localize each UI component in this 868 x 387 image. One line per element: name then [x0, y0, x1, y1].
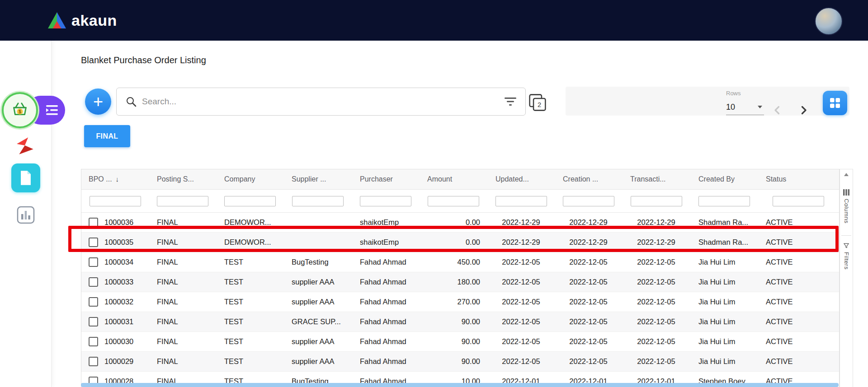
column-filter-input[interactable] — [90, 196, 141, 206]
sidebar-item-documents[interactable] — [0, 163, 51, 192]
column-header-label: Created By — [698, 175, 735, 183]
basket-button[interactable]: $ — [2, 92, 38, 128]
column-filter-input[interactable] — [698, 196, 750, 206]
table-row[interactable]: 1000032FINALTESTsupplier AAAFahad Ahmad2… — [81, 292, 839, 312]
table-row[interactable]: 1000029FINALTESTsupplier AAAFahad Ahmad9… — [81, 352, 839, 372]
table-row[interactable]: 1000036FINALDEMOWOR...shaikotEmp0.002022… — [81, 213, 839, 233]
cell-company: DEMOWOR... — [216, 233, 283, 252]
table-side-panel: Columns Filters — [840, 169, 853, 387]
row-checkbox[interactable] — [89, 238, 98, 247]
filter-cell — [690, 190, 758, 213]
column-header[interactable]: Supplier ... — [283, 169, 352, 190]
cell-status: ACTIVE — [758, 272, 839, 292]
table-row[interactable]: 1000030FINALTESTsupplier AAAFahad Ahmad9… — [81, 332, 839, 352]
sidebar: $ ⚙ — [0, 41, 52, 387]
sidebar-item-reports[interactable] — [0, 206, 51, 224]
cell-created_by: Jia Hui Lim — [690, 332, 758, 352]
cell-transaction: 2022-12-29 — [622, 213, 690, 233]
column-filter-input[interactable] — [773, 196, 824, 206]
cell-creation: 2022-12-05 — [555, 352, 622, 372]
prev-page-button[interactable] — [770, 103, 785, 117]
column-header-label: Status — [766, 175, 786, 183]
cell-updated: 2022-12-05 — [487, 352, 555, 372]
table-row[interactable]: 1000031FINALTESTGRACE SUP...Fahad Ahmad9… — [81, 312, 839, 332]
cell-purchaser: Fahad Ahmad — [352, 252, 419, 272]
cell-purchaser: shaikotEmp — [352, 213, 419, 233]
column-filter-input[interactable] — [157, 196, 208, 206]
table-row[interactable]: 1000035FINALDEMOWOR...shaikotEmp0.002022… — [81, 233, 839, 252]
row-checkbox[interactable] — [89, 297, 98, 307]
column-filter-input[interactable] — [495, 196, 547, 206]
cell-purchaser: Fahad Ahmad — [352, 272, 419, 292]
grid-view-button[interactable] — [823, 91, 847, 115]
cell-created_by: Jia Hui Lim — [690, 252, 758, 272]
row-checkbox[interactable] — [89, 357, 98, 366]
sidebar-item-red-module[interactable] — [0, 136, 51, 155]
top-navbar: akaun — [0, 0, 868, 41]
table-row[interactable]: 1000033FINALTESTsupplier AAAFahad Ahmad1… — [81, 272, 839, 292]
rows-per-page-select[interactable]: 10 — [726, 99, 764, 115]
next-page-button[interactable] — [796, 103, 811, 117]
bpo-table: BPO ...↓Posting S...CompanySupplier ...P… — [81, 169, 840, 387]
column-filter-input[interactable] — [428, 196, 479, 206]
grid-icon — [829, 97, 841, 109]
cell-creation: 2022-12-29 — [555, 233, 622, 252]
cell-amount: 450.00 — [419, 252, 487, 272]
cell-creation: 2022-12-05 — [555, 252, 622, 272]
user-avatar[interactable] — [815, 7, 843, 35]
filter-list-button[interactable] — [505, 97, 516, 106]
add-button[interactable]: + — [85, 89, 111, 115]
column-header[interactable]: BPO ...↓ — [81, 169, 149, 190]
filter-cell — [487, 190, 555, 213]
row-checkbox[interactable] — [89, 317, 98, 326]
column-header[interactable]: Creation ... — [555, 169, 622, 190]
table-row[interactable]: 1000034FINALTESTBugTestingFahad Ahmad450… — [81, 252, 839, 272]
column-filter-input[interactable] — [292, 196, 344, 206]
column-header[interactable]: Amount — [419, 169, 487, 190]
column-filter-input[interactable] — [224, 196, 276, 206]
column-header[interactable]: Company — [216, 169, 283, 190]
cell-company: DEMOWOR... — [216, 213, 283, 233]
cell-company: TEST — [216, 352, 283, 372]
scroll-up-arrow[interactable] — [844, 173, 849, 176]
horizontal-scrollbar[interactable] — [81, 383, 839, 387]
cell-supplier: GRACE SUP... — [283, 312, 352, 332]
bar-chart-icon — [17, 206, 35, 224]
row-checkbox[interactable] — [89, 257, 98, 267]
columns-tab[interactable]: Columns — [840, 189, 853, 224]
column-header[interactable]: Transacti... — [622, 169, 690, 190]
column-header[interactable]: Created By — [690, 169, 758, 190]
search-input[interactable] — [141, 96, 505, 107]
row-checkbox[interactable] — [89, 337, 98, 346]
row-checkbox[interactable] — [89, 218, 98, 227]
column-filter-input[interactable] — [360, 196, 411, 206]
rows-value: 10 — [726, 103, 735, 112]
final-filter-button[interactable]: FINAL — [84, 125, 130, 147]
cell-bpo_no: 1000029 — [81, 352, 149, 372]
column-filter-input[interactable] — [563, 196, 614, 206]
cell-posting_status: FINAL — [149, 352, 216, 372]
cell-purchaser: Fahad Ahmad — [352, 312, 419, 332]
row-checkbox[interactable] — [89, 277, 98, 287]
column-header[interactable]: Updated... — [487, 169, 555, 190]
cell-created_by: Jia Hui Lim — [690, 312, 758, 332]
column-header[interactable]: Purchaser — [352, 169, 419, 190]
cell-amount: 0.00 — [419, 233, 487, 252]
cell-updated: 2022-12-05 — [487, 252, 555, 272]
cell-posting_status: FINAL — [149, 272, 216, 292]
chevron-left-icon — [771, 103, 784, 117]
cell-transaction: 2022-12-29 — [622, 233, 690, 252]
column-filter-input[interactable] — [631, 196, 682, 206]
akaun-logo[interactable]: akaun — [48, 10, 117, 31]
cell-created_by: Jia Hui Lim — [690, 292, 758, 312]
filters-tab[interactable]: Filters — [840, 242, 853, 270]
column-header[interactable]: Status — [758, 169, 839, 190]
cell-posting_status: FINAL — [149, 312, 216, 332]
copy-list-button[interactable]: 2 — [528, 93, 547, 113]
cell-status: ACTIVE — [758, 292, 839, 312]
sort-desc-icon[interactable]: ↓ — [116, 175, 119, 183]
filter-cell — [555, 190, 622, 213]
menu-open-icon — [46, 105, 58, 115]
cell-posting_status: FINAL — [149, 213, 216, 233]
column-header[interactable]: Posting S... — [149, 169, 216, 190]
